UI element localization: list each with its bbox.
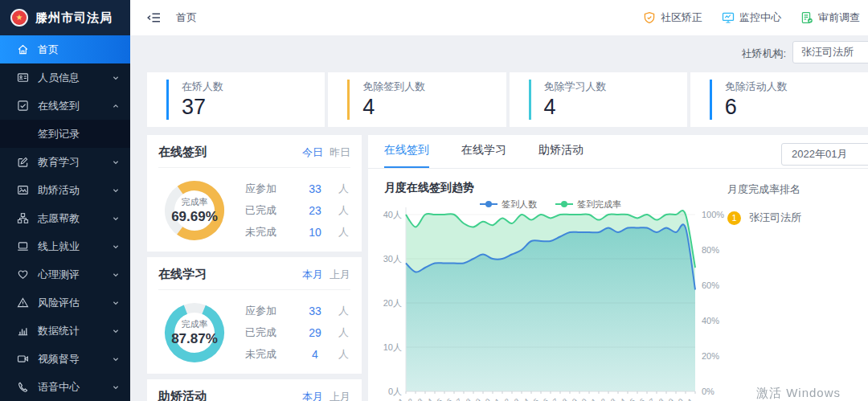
- ranking-panel: 月度完成率排名 1张汪司法所: [727, 182, 868, 225]
- org-select[interactable]: 张汪司法所: [792, 41, 868, 63]
- svg-text:05: 05: [432, 397, 444, 401]
- stat-value: 6: [725, 95, 788, 120]
- app-logo[interactable]: ★ 滕州市司法局: [0, 0, 130, 35]
- signin-trend-chart: 0人10人20人30人40人0%20%40%60%80%100%01020304…: [375, 196, 738, 401]
- svg-text:27: 27: [645, 397, 656, 401]
- tab-在线签到[interactable]: 在线签到: [384, 143, 429, 168]
- completion-rate: 87.87%: [171, 331, 218, 347]
- chevron-down-icon: [111, 158, 121, 167]
- org-select-value: 张汪司法所: [801, 45, 854, 59]
- sidebar-item[interactable]: 数据统计: [0, 317, 130, 345]
- svg-text:10: 10: [481, 397, 492, 401]
- period-toggle[interactable]: 昨日: [330, 145, 350, 160]
- summary-card: 在线签到今日昨日完成率69.69%应参加33人已完成23人未完成10人: [147, 135, 362, 252]
- stat-label: 免除学习人数: [544, 80, 607, 94]
- collapse-menu-icon[interactable]: [146, 11, 162, 24]
- sidebar-item[interactable]: 助矫活动: [0, 176, 130, 204]
- stat-accent-bar: [166, 80, 169, 120]
- summary-row: 未完成4人: [245, 344, 349, 366]
- trend-panel: 在线签到在线学习助矫活动 2022年01月 月度在线签到趋势 月度完成率排名 1…: [368, 135, 868, 401]
- tab-在线学习[interactable]: 在线学习: [461, 143, 506, 168]
- svg-text:08: 08: [461, 397, 473, 401]
- svg-text:40人: 40人: [383, 210, 402, 219]
- bar-chart-icon: [17, 325, 29, 337]
- stat-value: 4: [544, 95, 607, 120]
- stat-label: 免除活动人数: [725, 80, 788, 94]
- sidebar-item[interactable]: 首页: [0, 35, 130, 63]
- stat-card: 免除活动人数6: [690, 72, 868, 127]
- tab-助矫活动[interactable]: 助矫活动: [538, 143, 583, 168]
- svg-text:80%: 80%: [702, 245, 719, 255]
- svg-text:14: 14: [519, 397, 530, 401]
- chevron-up-icon: [111, 101, 121, 111]
- summary-row: 已完成29人: [245, 322, 349, 344]
- sidebar-item[interactable]: 在线签到: [0, 92, 130, 120]
- sidebar-subitem[interactable]: 签到记录: [0, 120, 130, 148]
- sidebar-item[interactable]: 志愿帮教: [0, 204, 130, 232]
- quick-link-monitor[interactable]: 监控中心: [722, 10, 781, 25]
- sidebar-item[interactable]: 线上就业: [0, 232, 130, 260]
- video-icon: [17, 353, 29, 365]
- chevron-down-icon: [111, 383, 121, 392]
- sidebar-item[interactable]: 风险评估: [0, 288, 130, 317]
- stats-row: 在矫人数37免除签到人数4免除学习人数4免除活动人数6: [147, 72, 868, 127]
- svg-text:60%: 60%: [702, 280, 719, 290]
- svg-text:07: 07: [452, 397, 463, 401]
- summary-card: 助矫活动本月上月: [147, 379, 362, 401]
- svg-text:签到完成率: 签到完成率: [577, 199, 621, 209]
- period-toggle[interactable]: 上月: [330, 268, 350, 282]
- chevron-down-icon: [111, 270, 121, 280]
- quick-link-shield[interactable]: 社区矫正: [643, 10, 702, 25]
- chevron-down-icon: [111, 242, 121, 252]
- quick-link-survey[interactable]: 审前调查: [800, 10, 860, 25]
- svg-text:0%: 0%: [702, 387, 714, 396]
- summary-row: 应参加33人: [245, 301, 349, 322]
- org-select-label: 社矫机构:: [741, 47, 786, 61]
- legend-item[interactable]: 签到人数: [480, 199, 537, 209]
- summary-card-title: 在线签到: [158, 145, 296, 160]
- svg-text:11: 11: [491, 397, 502, 401]
- sidebar-item[interactable]: 语音中心: [0, 373, 130, 401]
- svg-text:100%: 100%: [702, 210, 724, 219]
- id-card-icon: [17, 72, 29, 84]
- chart-title: 月度在线签到趋势: [384, 181, 474, 195]
- svg-text:17: 17: [548, 397, 559, 401]
- sidebar-item[interactable]: 视频督导: [0, 345, 130, 373]
- period-toggle[interactable]: 本月: [302, 390, 323, 401]
- svg-text:01: 01: [394, 397, 405, 401]
- svg-text:签到人数: 签到人数: [502, 199, 537, 209]
- month-picker[interactable]: 2022年01月: [781, 143, 868, 166]
- svg-text:03: 03: [413, 397, 424, 401]
- svg-text:31: 31: [683, 397, 694, 401]
- svg-text:21: 21: [587, 397, 598, 401]
- sidebar-item[interactable]: 教育学习: [0, 148, 130, 176]
- svg-text:06: 06: [442, 397, 453, 401]
- svg-text:12: 12: [500, 397, 511, 401]
- summary-column: 在线签到今日昨日完成率69.69%应参加33人已完成23人未完成10人在线学习本…: [147, 135, 362, 401]
- chevron-down-icon: [111, 214, 121, 223]
- sidebar-item[interactable]: 心理测评: [0, 260, 130, 288]
- columns: 在线签到今日昨日完成率69.69%应参加33人已完成23人未完成10人在线学习本…: [147, 135, 868, 401]
- period-toggle[interactable]: 本月: [302, 268, 323, 282]
- period-toggle[interactable]: 上月: [330, 390, 350, 401]
- laptop-icon: [17, 240, 29, 252]
- legend-item[interactable]: 签到完成率: [555, 199, 621, 209]
- breadcrumb[interactable]: 首页: [176, 10, 197, 25]
- stat-card: 在矫人数37: [147, 72, 325, 127]
- svg-text:16: 16: [538, 397, 550, 401]
- svg-text:30: 30: [674, 397, 685, 401]
- content: 在矫人数37免除签到人数4免除学习人数4免除活动人数6 在线签到今日昨日完成率6…: [130, 68, 868, 401]
- svg-text:23: 23: [606, 397, 617, 401]
- rank-item: 1张汪司法所: [727, 211, 868, 225]
- edit-icon: [17, 156, 29, 168]
- svg-text:30人: 30人: [383, 254, 402, 264]
- topbar: 首页 社区矫正监控中心审前调查: [130, 0, 868, 35]
- heart-icon: [17, 268, 29, 280]
- period-toggle[interactable]: 今日: [302, 145, 323, 160]
- national-emblem-icon: ★: [10, 9, 28, 27]
- svg-text:04: 04: [423, 397, 434, 401]
- ranking-title: 月度完成率排名: [727, 182, 868, 197]
- svg-text:20%: 20%: [702, 351, 719, 361]
- sidebar-item[interactable]: 人员信息: [0, 63, 130, 92]
- month-picker-value: 2022年01月: [792, 147, 847, 162]
